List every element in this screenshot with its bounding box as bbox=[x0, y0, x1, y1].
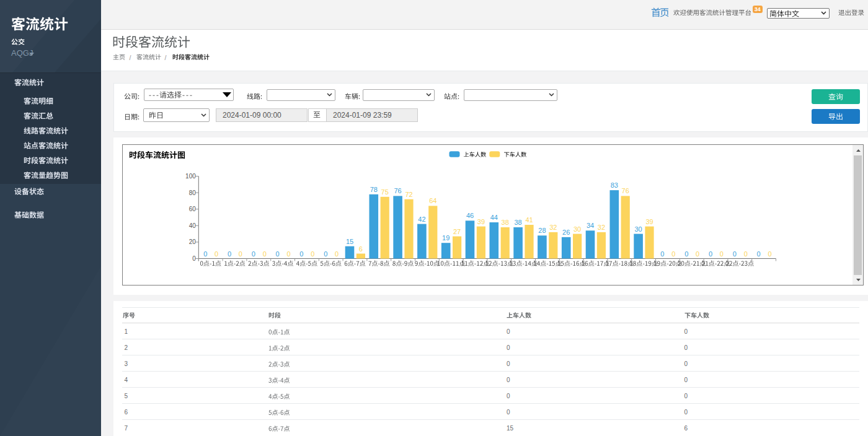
svg-text:39: 39 bbox=[645, 218, 653, 225]
svg-text:83: 83 bbox=[611, 181, 618, 189]
svg-text:0: 0 bbox=[696, 250, 699, 258]
svg-text:0: 0 bbox=[757, 250, 761, 258]
svg-text:0: 0 bbox=[684, 250, 688, 258]
svg-text:6: 6 bbox=[359, 245, 363, 253]
svg-text:38: 38 bbox=[502, 219, 509, 226]
svg-text:27: 27 bbox=[453, 228, 461, 235]
svg-text:30: 30 bbox=[574, 225, 581, 233]
svg-text:42: 42 bbox=[418, 216, 425, 223]
svg-text:0: 0 bbox=[228, 250, 231, 258]
svg-text:0: 0 bbox=[335, 250, 339, 258]
svg-text:60: 60 bbox=[189, 206, 197, 212]
svg-text:46: 46 bbox=[466, 212, 474, 219]
svg-text:19: 19 bbox=[442, 234, 450, 242]
svg-text:40: 40 bbox=[189, 222, 197, 229]
svg-text:0: 0 bbox=[324, 250, 327, 258]
svg-text:80: 80 bbox=[189, 190, 197, 196]
svg-text:76: 76 bbox=[622, 187, 629, 194]
svg-text:0: 0 bbox=[263, 250, 267, 258]
svg-text:72: 72 bbox=[405, 191, 412, 198]
svg-text:0: 0 bbox=[709, 250, 712, 258]
svg-text:0: 0 bbox=[720, 250, 724, 258]
svg-text:0: 0 bbox=[299, 250, 303, 258]
svg-text:0: 0 bbox=[744, 250, 748, 258]
svg-text:0: 0 bbox=[276, 250, 280, 258]
svg-text:0: 0 bbox=[239, 250, 242, 258]
svg-text:0: 0 bbox=[733, 250, 737, 258]
svg-text:0: 0 bbox=[311, 250, 314, 258]
svg-text:39: 39 bbox=[477, 218, 485, 225]
svg-text:32: 32 bbox=[598, 224, 605, 231]
svg-text:38: 38 bbox=[514, 219, 521, 226]
svg-text:0: 0 bbox=[286, 250, 290, 258]
svg-text:76: 76 bbox=[394, 187, 401, 194]
svg-text:100: 100 bbox=[185, 173, 196, 180]
svg-text:44: 44 bbox=[490, 214, 498, 221]
svg-text:34: 34 bbox=[587, 222, 594, 229]
svg-text:41: 41 bbox=[525, 216, 533, 224]
svg-text:30: 30 bbox=[634, 225, 642, 233]
svg-text:28: 28 bbox=[538, 227, 546, 234]
svg-text:26: 26 bbox=[562, 229, 570, 236]
svg-text:0: 0 bbox=[671, 250, 675, 258]
svg-text:0: 0 bbox=[192, 255, 196, 262]
svg-text:20: 20 bbox=[189, 238, 197, 245]
svg-text:32: 32 bbox=[549, 224, 557, 231]
svg-text:0: 0 bbox=[203, 250, 207, 258]
svg-text:78: 78 bbox=[370, 186, 378, 193]
svg-text:0: 0 bbox=[215, 250, 218, 258]
svg-text:0: 0 bbox=[660, 250, 664, 258]
svg-text:0: 0 bbox=[768, 250, 771, 258]
svg-text:64: 64 bbox=[429, 197, 436, 204]
svg-text:75: 75 bbox=[381, 188, 389, 196]
svg-text:15: 15 bbox=[346, 238, 353, 245]
svg-text:0: 0 bbox=[252, 250, 255, 258]
